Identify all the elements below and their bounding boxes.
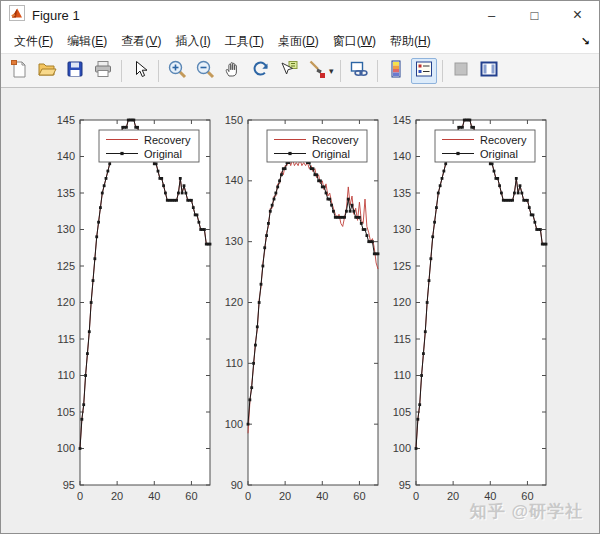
- axes[interactable]: 901001101201301401500204060RecoveryOrigi…: [208, 110, 382, 520]
- toolbar-separator: [121, 60, 122, 82]
- maximize-button[interactable]: □: [513, 1, 556, 29]
- data-cursor-icon: [279, 59, 299, 83]
- pan-icon: [223, 59, 243, 83]
- svg-text:140: 140: [225, 174, 243, 186]
- svg-text:100: 100: [57, 442, 75, 454]
- show-plot-tools-button[interactable]: [476, 58, 502, 84]
- svg-text:150: 150: [225, 114, 243, 126]
- zoom-in-button[interactable]: [164, 58, 190, 84]
- svg-text:Original: Original: [312, 148, 350, 160]
- new-figure-icon: [9, 59, 29, 83]
- print-figure-button[interactable]: [90, 58, 116, 84]
- figure-canvas: 知乎 @研学社 95100105110115120125130135140145…: [1, 88, 599, 533]
- svg-text:115: 115: [393, 333, 411, 345]
- hide-plot-tools-button: [448, 58, 474, 84]
- svg-text:105: 105: [393, 406, 411, 418]
- svg-text:140: 140: [57, 150, 75, 162]
- menu-item-tools[interactable]: 工具(T): [218, 30, 271, 53]
- legend-box[interactable]: RecoveryOriginal: [99, 130, 199, 162]
- svg-text:125: 125: [393, 260, 411, 272]
- subplot-middle[interactable]: 901001101201301401500204060RecoveryOrigi…: [208, 110, 382, 524]
- rotate-3d-icon: [251, 59, 271, 83]
- toolbar-separator: [377, 60, 378, 82]
- axes[interactable]: 951001051101151201251301351401450204060R…: [376, 110, 550, 520]
- menu-item-desktop[interactable]: 桌面(D): [271, 30, 326, 53]
- window-title: Figure 1: [32, 8, 80, 23]
- svg-text:120: 120: [393, 296, 411, 308]
- window-controls: – □ ×: [470, 1, 599, 29]
- edit-pointer-button[interactable]: [127, 58, 153, 84]
- colorbar-button[interactable]: [383, 58, 409, 84]
- legend-box[interactable]: RecoveryOriginal: [267, 130, 367, 162]
- svg-text:0: 0: [77, 490, 83, 502]
- svg-text:145: 145: [57, 114, 75, 126]
- open-file-icon: [37, 59, 57, 83]
- minimize-button[interactable]: –: [470, 1, 513, 29]
- svg-text:90: 90: [231, 479, 243, 491]
- data-cursor-button[interactable]: [276, 58, 302, 84]
- svg-text:145: 145: [393, 114, 411, 126]
- menu-item-edit[interactable]: 编辑(E): [60, 30, 114, 53]
- svg-text:40: 40: [316, 490, 328, 502]
- svg-text:120: 120: [225, 296, 243, 308]
- toolbar-separator: [340, 60, 341, 82]
- dock-figure-arrow-icon[interactable]: ↘: [581, 35, 593, 48]
- svg-text:0: 0: [245, 490, 251, 502]
- close-button[interactable]: ×: [556, 1, 599, 29]
- menu-item-window[interactable]: 窗口(W): [326, 30, 383, 53]
- svg-text:95: 95: [399, 479, 411, 491]
- svg-text:Recovery: Recovery: [480, 134, 527, 146]
- svg-text:40: 40: [484, 490, 496, 502]
- link-plot-button[interactable]: [346, 58, 372, 84]
- svg-text:110: 110: [57, 369, 75, 381]
- svg-text:130: 130: [57, 223, 75, 235]
- brush-button[interactable]: [304, 58, 330, 84]
- axes[interactable]: 951001051101151201251301351401450204060R…: [40, 110, 214, 520]
- zoom-out-icon: [195, 59, 215, 83]
- menu-item-insert[interactable]: 插入(I): [168, 30, 217, 53]
- svg-text:135: 135: [393, 187, 411, 199]
- svg-text:40: 40: [148, 490, 160, 502]
- svg-text:125: 125: [57, 260, 75, 272]
- menu-bar: 文件(F)编辑(E)查看(V)插入(I)工具(T)桌面(D)窗口(W)帮助(H)…: [1, 29, 599, 53]
- svg-text:Original: Original: [480, 148, 518, 160]
- subplot-left[interactable]: 951001051101151201251301351401450204060R…: [40, 110, 214, 524]
- pan-button[interactable]: [220, 58, 246, 84]
- legend-icon: [414, 59, 434, 83]
- svg-text:60: 60: [353, 490, 365, 502]
- svg-text:60: 60: [185, 490, 197, 502]
- hide-plot-tools-icon: [451, 59, 471, 83]
- svg-text:0: 0: [413, 490, 419, 502]
- menu-item-help[interactable]: 帮助(H): [383, 30, 438, 53]
- matlab-logo-icon: [9, 5, 25, 25]
- colorbar-icon: [386, 59, 406, 83]
- svg-text:Recovery: Recovery: [312, 134, 359, 146]
- svg-text:100: 100: [393, 442, 411, 454]
- print-figure-icon: [93, 59, 113, 83]
- svg-text:140: 140: [393, 150, 411, 162]
- svg-text:110: 110: [225, 357, 243, 369]
- brush-icon: [307, 59, 327, 83]
- figure-window: Figure 1 – □ × 文件(F)编辑(E)查看(V)插入(I)工具(T)…: [0, 0, 600, 534]
- rotate-3d-button[interactable]: [248, 58, 274, 84]
- svg-text:130: 130: [393, 223, 411, 235]
- menu-item-file[interactable]: 文件(F): [7, 30, 60, 53]
- toolbar-separator: [442, 60, 443, 82]
- brush-dropdown-arrow-icon[interactable]: ▾: [329, 66, 334, 76]
- open-file-button[interactable]: [34, 58, 60, 84]
- legend-box[interactable]: RecoveryOriginal: [435, 130, 535, 162]
- svg-text:95: 95: [63, 479, 75, 491]
- subplot-right[interactable]: 951001051101151201251301351401450204060R…: [376, 110, 550, 524]
- svg-text:110: 110: [393, 369, 411, 381]
- svg-text:20: 20: [279, 490, 291, 502]
- zoom-in-icon: [167, 59, 187, 83]
- legend-button[interactable]: [411, 58, 437, 84]
- new-figure-button[interactable]: [6, 58, 32, 84]
- save-figure-button[interactable]: [62, 58, 88, 84]
- svg-text:100: 100: [225, 418, 243, 430]
- menu-item-view[interactable]: 查看(V): [114, 30, 168, 53]
- toolbar: ▾: [1, 53, 599, 88]
- svg-text:115: 115: [57, 333, 75, 345]
- zoom-out-button[interactable]: [192, 58, 218, 84]
- svg-text:60: 60: [521, 490, 533, 502]
